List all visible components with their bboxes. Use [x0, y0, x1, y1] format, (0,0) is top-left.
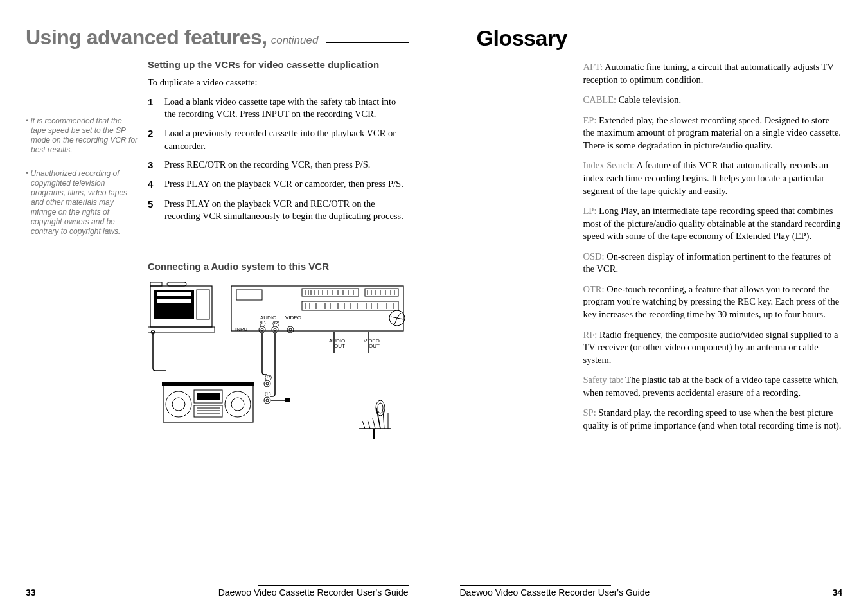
svg-rect-5 [148, 327, 215, 332]
footer: Daewoo Video Cassette Recorder User's Gu… [460, 587, 843, 598]
section-heading: Connecting a Audio system to this VCR [148, 260, 409, 273]
glossary-term: EP: [583, 115, 597, 125]
glossary-entry: LP: Long Play, an intermediate tape reco… [583, 205, 843, 243]
footer-rule [460, 585, 843, 586]
svg-rect-4 [157, 299, 191, 303]
glossary-def: Standard play, the recording speed to us… [583, 407, 842, 431]
glossary-term: AFT: [583, 62, 603, 72]
step-number: 4 [148, 178, 157, 191]
glossary-title-row: Glossary [460, 26, 843, 51]
diagram-label-input: INPUT [235, 326, 251, 332]
diagram-label-video: VIDEO [285, 315, 301, 321]
glossary-term: CABLE: [583, 94, 617, 105]
svg-line-75 [373, 418, 375, 429]
glossary-def: Extended play, the slowest recording spe… [583, 115, 841, 150]
svg-point-64 [225, 391, 251, 417]
glossary-entry: SP: Standard play, the recording speed t… [583, 407, 843, 432]
diagram-label-r: (R) [272, 320, 279, 326]
svg-point-54 [264, 380, 270, 387]
page-right: Glossary AFT: Automatic fine tuning, a c… [434, 0, 869, 613]
step-text: Press PLAY on the playback VCR and REC/O… [164, 198, 409, 223]
diagram-label-l: (L) [265, 391, 271, 396]
glossary-def: On-screen display of information pertine… [583, 251, 831, 274]
glossary-term: SP: [583, 407, 596, 418]
svg-line-74 [368, 420, 370, 429]
footer: 33 Daewoo Video Cassette Recorder User's… [26, 587, 409, 598]
svg-point-63 [172, 398, 185, 411]
svg-rect-61 [162, 382, 254, 386]
glossary-entry: AFT: Automatic fine tuning, a circuit th… [583, 61, 843, 86]
connection-diagram: AUDIO VIDEO INPUT (L) (R) AUDIO OUT VIDE… [148, 282, 406, 449]
title-rule [460, 44, 473, 44]
audio-system-icon [162, 382, 254, 422]
diagram-label-l: (L) [260, 320, 266, 326]
page-number: 34 [832, 587, 842, 598]
list-item: 1Load a blank video cassette tape with t… [148, 96, 409, 121]
svg-rect-59 [285, 398, 290, 402]
svg-point-52 [287, 326, 294, 333]
svg-point-55 [266, 382, 269, 385]
glossary-def: Automatic fine tuning, a circuit that au… [583, 62, 834, 85]
footer-text: Daewoo Video Cassette Recorder User's Gu… [460, 587, 650, 598]
svg-rect-2 [197, 290, 209, 319]
glossary-term: OTR: [583, 284, 605, 294]
list-item: 3Press REC/OTR on the recording VCR, the… [148, 159, 409, 172]
svg-rect-10 [236, 290, 262, 300]
svg-point-62 [166, 391, 191, 417]
antenna-icon [359, 400, 391, 439]
svg-point-57 [266, 399, 269, 402]
svg-rect-7 [167, 282, 186, 286]
footer-rule [26, 585, 409, 586]
glossary-def: Long Play, an intermediate tape recordin… [583, 206, 841, 241]
glossary-entry: CABLE: Cable television. [583, 94, 843, 107]
svg-point-65 [231, 398, 244, 411]
steps-list: 1Load a blank video cassette tape with t… [148, 96, 409, 223]
list-item: 5Press PLAY on the playback VCR and REC/… [148, 198, 409, 223]
intro-text: To duplicate a video cassette: [148, 76, 409, 89]
section-heading: Setting up the VCRs for video cassette d… [148, 58, 409, 71]
svg-rect-68 [194, 405, 222, 417]
svg-point-48 [259, 326, 265, 333]
page-title-main: Using advanced features, [26, 26, 267, 49]
glossary-entry: EP: Extended play, the slowest recording… [583, 114, 843, 152]
tv-icon [148, 282, 215, 332]
diagram-label-out: OUT [334, 343, 345, 349]
title-row: Using advanced features, continued [26, 26, 409, 49]
glossary-def: One-touch recording, a feature that allo… [583, 284, 840, 319]
glossary-term: Index Search: [583, 160, 635, 170]
svg-point-56 [264, 397, 270, 404]
page-title: Glossary [477, 26, 568, 51]
side-note: • It is recommended that the tape speed … [26, 116, 139, 155]
glossary-entry: RF: Radio frequency, the composite audio… [583, 329, 843, 367]
side-note: • Unauthorized recording of copyrighted … [26, 169, 139, 236]
step-text: Press PLAY on the playback VCR or camcor… [164, 178, 409, 191]
step-number: 5 [148, 198, 157, 223]
svg-line-73 [362, 421, 365, 429]
diagram-label-out: OUT [369, 343, 380, 349]
glossary-term: LP: [583, 206, 597, 216]
glossary-body: AFT: Automatic fine tuning, a circuit th… [583, 61, 843, 432]
step-text: Load a previously recorded cassette into… [164, 127, 409, 152]
side-notes: • It is recommended that the tape speed … [26, 58, 139, 449]
step-number: 2 [148, 127, 157, 152]
step-text: Load a blank video cassette tape with th… [164, 96, 409, 121]
glossary-term: Safety tab: [583, 375, 623, 385]
page-left: Using advanced features, continued • It … [0, 0, 434, 613]
list-item: 4Press PLAY on the playback VCR or camco… [148, 178, 409, 191]
glossary-term: RF: [583, 330, 598, 340]
glossary-entry: OSD: On-screen display of information pe… [583, 251, 843, 276]
glossary-def: Radio frequency, the composite audio/vid… [583, 330, 838, 365]
glossary-entry: Index Search: A feature of this VCR that… [583, 159, 843, 197]
glossary-term: OSD: [583, 251, 605, 262]
diagram-label-r: (R) [265, 374, 272, 380]
svg-rect-6 [150, 282, 162, 286]
step-number: 1 [148, 96, 157, 121]
footer-text: Daewoo Video Cassette Recorder User's Gu… [218, 587, 409, 598]
list-item: 2Load a previously recorded cassette int… [148, 127, 409, 152]
step-text: Press REC/OTR on the recording VCR, then… [164, 159, 409, 172]
glossary-def: Cable television. [616, 94, 681, 105]
page-number: 33 [26, 587, 36, 598]
svg-point-50 [272, 326, 278, 333]
svg-point-80 [378, 403, 383, 413]
title-rule [326, 42, 408, 43]
